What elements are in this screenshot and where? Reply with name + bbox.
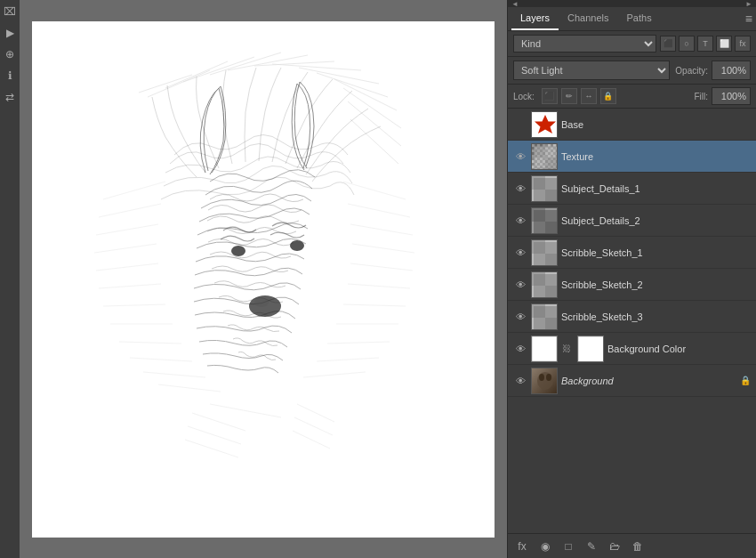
svg-rect-56 [535,147,556,168]
svg-point-17 [233,247,240,252]
tool-play[interactable]: ▶ [2,25,18,41]
visibility-off-base [513,117,527,132]
layer-thumb-scribble3 [531,303,558,330]
visibility-eye-scribble2[interactable]: 👁 [513,278,527,292]
layer-item-bgcolor[interactable]: 👁 ⛓ Background Color [508,333,756,365]
filter-type-icon[interactable]: T [697,36,713,52]
svg-point-81 [539,374,544,381]
layer-thumb-base [531,111,558,138]
canvas-area: ⌧ ▶ ⊕ ℹ ⇄ [0,0,507,558]
filter-shape-icon[interactable]: ⬜ [716,36,732,52]
visibility-eye-subject2[interactable]: 👁 [513,214,527,228]
layer-name-texture: Texture [561,151,751,162]
svg-point-80 [537,372,553,390]
layer-item-subject2[interactable]: 👁 Subject_Details_2 [508,205,756,237]
filter-adjust-icon[interactable]: ○ [679,36,695,52]
lock-draw-btn[interactable]: ✏ [561,88,577,104]
layer-thumb-texture [531,143,558,170]
delete-layer-button[interactable]: 🗑 [629,538,647,555]
opacity-label: Opacity: [675,66,708,76]
layer-name-base: Base [561,119,751,130]
layer-item-scribble3[interactable]: 👁 Scribble_Sketch_3 [508,301,756,333]
filter-icons: ⬛ ○ T ⬜ fx [660,36,751,52]
lock-all-btn[interactable]: 🔒 [600,88,616,104]
visibility-eye-scribble1[interactable]: 👁 [513,246,527,260]
svg-rect-0 [32,21,495,538]
tool-swap[interactable]: ⇄ [2,89,18,105]
panel-top-bar: ◄ ► [508,0,756,7]
layer-item-scribble2[interactable]: 👁 Scribble_Sketch_2 [508,269,756,301]
svg-rect-78 [578,336,604,362]
visibility-eye-background[interactable]: 👁 [513,374,527,388]
layer-item-base[interactable]: Base [508,109,756,141]
layer-thumb-subject1 [531,175,558,202]
layer-item-scribble1[interactable]: 👁 Scribble_Sketch_1 [508,237,756,269]
filter-kind-select[interactable]: Kind [513,35,656,53]
visibility-eye-bgcolor[interactable]: 👁 [513,342,527,356]
layer-thumb-bgcolor [531,336,558,362]
layer-thumb-bgcolor-mask [577,336,604,362]
visibility-eye-subject1[interactable]: 👁 [513,182,527,196]
filter-fx-icon[interactable]: fx [735,36,751,52]
opacity-group: Opacity: [675,61,751,80]
panel-bottom-toolbar: fx ◉ □ ✎ 🗁 🗑 [508,533,756,558]
tool-add[interactable]: ⊕ [2,46,18,62]
blend-mode-select[interactable]: Soft Light [513,61,670,80]
lock-pixels-btn[interactable]: ⬛ [542,88,558,104]
tab-channels[interactable]: Channels [559,7,617,30]
visibility-eye-texture[interactable]: 👁 [513,150,527,164]
layers-list: Base 👁 Texture 👁 [508,109,756,533]
svg-rect-64 [534,210,557,233]
fill-label: Fill: [694,92,708,101]
svg-point-18 [292,241,299,247]
svg-point-82 [546,374,551,381]
tool-collapse[interactable]: ⌧ [2,4,18,20]
layer-thumb-subject2 [531,207,558,234]
filter-pixel-icon[interactable]: ⬛ [660,36,676,52]
tool-info[interactable]: ℹ [2,68,18,84]
tab-layers[interactable]: Layers [511,7,559,30]
left-toolbar: ⌧ ▶ ⊕ ℹ ⇄ [0,0,20,558]
layer-name-bgcolor: Background Color [607,344,751,354]
layers-panel: ◄ ► Layers Channels Paths ≡ Kind ⬛ ○ T ⬜… [507,0,756,558]
layer-name-background: Background [561,376,736,386]
lock-move-btn[interactable]: ↔ [581,88,597,104]
tab-paths[interactable]: Paths [618,7,661,30]
opacity-input[interactable] [712,61,751,80]
fill-group: Fill: [694,87,751,105]
visibility-eye-scribble3[interactable]: 👁 [513,310,527,324]
new-group-button[interactable]: ✎ [583,538,600,555]
layer-name-scribble1: Scribble_Sketch_1 [561,247,751,258]
svg-rect-76 [534,306,557,329]
add-fx-button[interactable]: fx [513,538,531,555]
layer-name-scribble3: Scribble_Sketch_3 [561,311,751,322]
layer-thumb-scribble1 [531,239,558,266]
lock-row: Lock: ⬛ ✏ ↔ 🔒 Fill: [508,85,756,109]
filter-row: Kind ⬛ ○ T ⬜ fx [508,31,756,57]
fill-input[interactable] [712,87,751,105]
layer-item-subject1[interactable]: 👁 Subject_Details_1 [508,173,756,205]
svg-rect-60 [534,178,557,201]
canvas-content [20,0,507,558]
lock-label: Lock: [513,92,535,101]
add-mask-button[interactable]: ◉ [536,538,554,555]
background-lock-icon: 🔒 [740,376,751,385]
layer-name-subject2: Subject_Details_2 [561,215,751,226]
layer-item-background[interactable]: 👁 Background 🔒 [508,365,756,397]
layer-name-scribble2: Scribble_Sketch_2 [561,279,751,290]
layer-name-subject1: Subject_Details_1 [561,183,751,194]
new-layer-button[interactable]: 🗁 [606,538,623,555]
svg-rect-72 [534,274,557,297]
new-adjustment-button[interactable]: □ [559,538,577,555]
panel-tabs: Layers Channels Paths ≡ [508,7,756,31]
svg-rect-77 [532,336,557,361]
layer-thumb-scribble2 [531,271,558,298]
layer-thumb-background [531,368,558,394]
layer-item-texture[interactable]: 👁 Texture [508,141,756,173]
svg-rect-68 [534,242,557,265]
blend-mode-row: Soft Light Opacity: [508,57,756,85]
chain-link-icon: ⛓ [561,336,572,362]
panel-menu-icon[interactable]: ≡ [745,12,752,26]
wolf-image [32,21,495,538]
